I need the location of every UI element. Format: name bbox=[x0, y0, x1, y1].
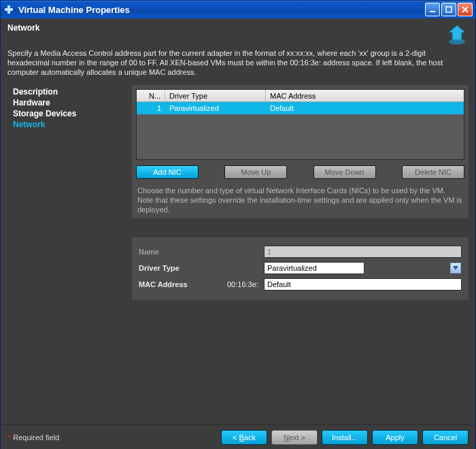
col-mac-address[interactable]: MAC Address bbox=[266, 90, 464, 101]
sidebar-item-hardware[interactable]: Hardware bbox=[13, 97, 132, 108]
col-number[interactable]: N... bbox=[137, 90, 165, 101]
nic-hint-text: Choose the number and type of virtual Ne… bbox=[136, 179, 464, 214]
apply-button[interactable]: Apply bbox=[372, 430, 418, 445]
next-button[interactable]: Next > bbox=[271, 430, 318, 445]
maximize-button[interactable] bbox=[441, 3, 456, 16]
sidebar-item-storage-devices[interactable]: Storage Devices bbox=[13, 108, 132, 119]
col-driver-type[interactable]: Driver Type bbox=[165, 90, 266, 101]
chevron-down-icon bbox=[450, 263, 461, 273]
sidebar-item-description[interactable]: Description bbox=[13, 86, 132, 97]
required-star-icon: * bbox=[7, 433, 10, 442]
close-button[interactable] bbox=[458, 3, 473, 16]
app-icon bbox=[3, 4, 14, 15]
svg-point-4 bbox=[449, 39, 465, 44]
driver-type-select[interactable] bbox=[264, 262, 364, 274]
install-button[interactable]: Install... bbox=[322, 430, 368, 445]
mac-address-label: MAC Address bbox=[139, 280, 227, 288]
nic-detail-form: Name Driver Type bbox=[132, 237, 469, 300]
svg-rect-3 bbox=[446, 7, 452, 12]
cell-driver: Paravirtualized bbox=[165, 104, 266, 112]
mac-address-field[interactable] bbox=[264, 278, 462, 290]
svg-rect-2 bbox=[430, 11, 435, 12]
sidebar-item-network[interactable]: Network bbox=[13, 119, 132, 130]
section-title: Network bbox=[7, 23, 39, 33]
mac-prefix: 00:16:3e: bbox=[227, 280, 264, 288]
move-up-button[interactable]: Move Up bbox=[224, 165, 287, 179]
main-panel: N... Driver Type MAC Address 1 Paravirtu… bbox=[132, 85, 469, 300]
table-header: N... Driver Type MAC Address bbox=[137, 90, 464, 102]
delete-nic-button[interactable]: Delete NIC bbox=[402, 165, 464, 179]
required-field-note: *Required field bbox=[7, 433, 59, 442]
back-button[interactable]: < Back bbox=[221, 430, 267, 445]
cell-number: 1 bbox=[137, 104, 165, 112]
driver-type-label: Driver Type bbox=[139, 264, 227, 272]
window-title: Virtual Machine Properties bbox=[18, 5, 425, 15]
titlebar: Virtual Machine Properties bbox=[1, 1, 475, 18]
minimize-button[interactable] bbox=[425, 3, 440, 16]
table-row[interactable]: 1 Paravirtualized Default bbox=[137, 102, 464, 114]
nic-table: N... Driver Type MAC Address 1 Paravirtu… bbox=[136, 89, 464, 160]
footer: *Required field < Back Next > Install...… bbox=[1, 425, 475, 449]
cancel-button[interactable]: Cancel bbox=[422, 430, 469, 445]
network-glyph-icon bbox=[445, 23, 469, 46]
name-label: Name bbox=[139, 248, 227, 256]
window: Virtual Machine Properties Network Speci bbox=[0, 0, 476, 449]
nic-panel: N... Driver Type MAC Address 1 Paravirtu… bbox=[132, 85, 469, 218]
content: Network Specify a Media Access Control a… bbox=[1, 18, 475, 449]
sidebar: Description Hardware Storage Devices Net… bbox=[13, 85, 132, 300]
move-down-button[interactable]: Move Down bbox=[313, 165, 376, 179]
add-nic-button[interactable]: Add NIC bbox=[136, 165, 199, 179]
section-help-text: Specify a Media Access Control address p… bbox=[1, 48, 475, 82]
name-field bbox=[264, 246, 462, 258]
cell-mac: Default bbox=[266, 104, 464, 112]
svg-rect-1 bbox=[5, 8, 13, 11]
